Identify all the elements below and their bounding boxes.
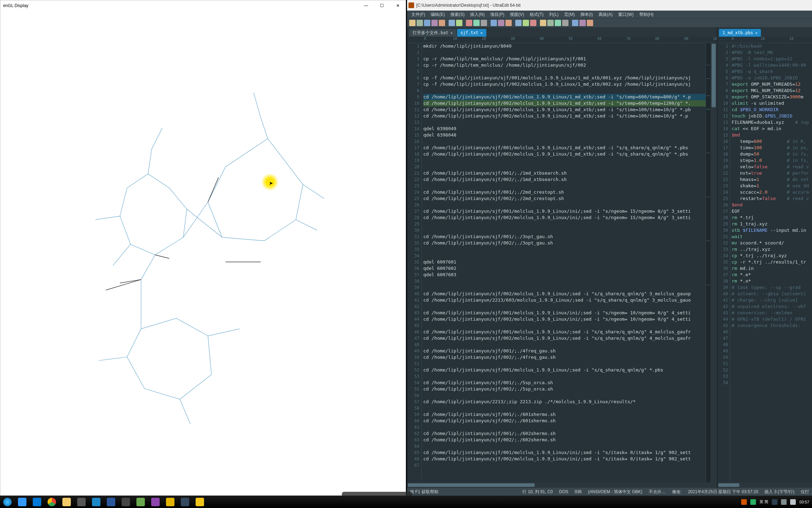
taskbar-chrome-icon[interactable] xyxy=(44,496,59,508)
svg-line-7 xyxy=(113,244,130,266)
code-left[interactable]: mkdir /home/lipl/jintianyun/8040cp -r /h… xyxy=(422,43,706,482)
status-pos: 行 10, 列 91, C0 xyxy=(522,489,553,495)
taskbar-ie-icon[interactable] xyxy=(15,496,30,508)
toolbar-copy-icon[interactable] xyxy=(473,20,480,26)
taskbar[interactable]: 英 简 03:57 xyxy=(0,496,812,508)
ue-titlebar[interactable]: [C:\Users\Administrator\Desktop\sjf.txt]… xyxy=(407,0,812,11)
opengl-canvas[interactable]: ➤ xyxy=(0,11,406,495)
toolbar-find-icon[interactable] xyxy=(491,20,497,26)
taskbar-word-icon[interactable] xyxy=(104,496,118,508)
tab-pbs[interactable]: 1_md_xtb.pbs× xyxy=(719,29,761,37)
ue-app-icon xyxy=(408,2,414,8)
menu-item[interactable]: 列(L) xyxy=(547,11,561,18)
toolbar-paste-icon[interactable] xyxy=(481,20,487,26)
menu-item[interactable]: 编辑(E) xyxy=(429,11,447,18)
editor-right-pane: 1_md_xtb.pbs× 01020 12345678910111213141… xyxy=(717,28,812,488)
toolbar-nextbm-icon[interactable] xyxy=(523,20,529,26)
gutter-right: 1234567891011121314151617181920212223242… xyxy=(718,43,730,482)
close-button[interactable]: ✕ xyxy=(390,1,406,11)
menu-item[interactable]: 高级(A) xyxy=(596,11,615,18)
ue-title: [C:\Users\Administrator\Desktop\sjf.txt]… xyxy=(416,3,521,8)
maximize-button[interactable]: ☐ xyxy=(374,1,390,11)
status-bytes: 插入 3 (字节/行) xyxy=(764,489,794,495)
menu-item[interactable]: 格式(T) xyxy=(528,11,546,18)
toolbar-indent-icon[interactable] xyxy=(555,20,561,26)
menu-item[interactable]: 插入(N) xyxy=(468,11,487,18)
svg-line-9 xyxy=(187,209,222,237)
ruler-right: 01020 xyxy=(718,37,812,43)
tray-volume-icon[interactable] xyxy=(790,499,796,505)
tray-icon[interactable] xyxy=(750,499,756,505)
ime-indicator[interactable]: 英 简 xyxy=(759,499,768,504)
taskbar-app6-icon[interactable] xyxy=(178,496,192,508)
tab-close-icon[interactable]: × xyxy=(480,31,483,35)
toolbar-open-icon[interactable] xyxy=(417,20,423,26)
toolbar-redo-icon[interactable] xyxy=(456,20,462,26)
opengl-title: enGL Display xyxy=(3,3,358,8)
start-button[interactable] xyxy=(0,496,15,508)
toolbar-cfg-icon[interactable] xyxy=(572,20,578,26)
tray-network-icon[interactable] xyxy=(781,499,787,505)
svg-line-10 xyxy=(141,255,155,279)
menu-item[interactable]: 文件(F) xyxy=(409,11,427,18)
tab-close-icon[interactable]: × xyxy=(755,31,758,35)
taskbar-settings-icon[interactable] xyxy=(118,496,133,508)
clock[interactable]: 03:57 xyxy=(799,500,809,504)
tab-batchfile[interactable]: 打开多个文件.bat× xyxy=(409,29,456,37)
taskbar-app4-icon[interactable] xyxy=(148,496,163,508)
toolbar-save-icon[interactable] xyxy=(424,20,430,26)
code-right[interactable]: #!/bin/bash#PBS -N test_MD#PBS -l nodes=… xyxy=(730,43,812,482)
tray-icon[interactable] xyxy=(741,499,747,505)
toolbar-wrap-icon[interactable] xyxy=(547,20,554,26)
taskbar-edge-icon[interactable] xyxy=(30,496,44,508)
taskbar-explorer-icon[interactable] xyxy=(59,496,74,508)
minimap-left[interactable] xyxy=(706,43,710,482)
toolbar-bookmark-icon[interactable] xyxy=(515,20,522,26)
tab-sjf[interactable]: sjf.txt× xyxy=(457,29,486,37)
toolbar-goto-icon[interactable] xyxy=(505,20,512,26)
toolbar-saveall-icon[interactable] xyxy=(431,20,438,26)
opengl-titlebar[interactable]: enGL Display — ☐ ✕ xyxy=(0,0,406,11)
ue-toolbar[interactable] xyxy=(407,18,812,28)
menu-item[interactable]: 搜索(S) xyxy=(448,11,467,18)
svg-line-4 xyxy=(148,149,152,174)
toolbar-undo-icon[interactable] xyxy=(449,20,455,26)
taskbar-app3-icon[interactable] xyxy=(133,496,148,508)
toolbar-prevbm-icon[interactable] xyxy=(530,20,536,26)
menu-item[interactable]: 窗口(W) xyxy=(616,11,635,18)
taskbar-app2-icon[interactable] xyxy=(89,496,104,508)
menu-item[interactable]: 帮助(H) xyxy=(637,11,656,18)
editor-left-tabs: 打开多个文件.bat× sjf.txt× xyxy=(407,28,717,37)
svg-line-19 xyxy=(106,279,141,290)
vscroll-left[interactable] xyxy=(710,43,717,482)
tray-icon[interactable] xyxy=(772,499,777,505)
taskbar-app1-icon[interactable] xyxy=(74,496,89,508)
menu-item[interactable]: 视图(V) xyxy=(508,11,526,18)
toolbar-print-icon[interactable] xyxy=(439,20,445,26)
toolbar-replace-icon[interactable] xyxy=(498,20,504,26)
toolbar-help-icon[interactable] xyxy=(579,20,586,26)
toolbar-cut-icon[interactable] xyxy=(466,20,472,26)
svg-line-14 xyxy=(99,357,127,361)
toolbar-sort-icon[interactable] xyxy=(540,20,546,26)
toolbar-outdent-icon[interactable] xyxy=(562,20,568,26)
toolbar-new-icon[interactable] xyxy=(409,20,416,26)
ultraedit-window: [C:\Users\Administrator\Desktop\sjf.txt]… xyxy=(407,0,812,496)
svg-line-1 xyxy=(254,93,261,117)
menu-item[interactable]: 项目(P) xyxy=(488,11,506,18)
ue-menubar[interactable]: 文件(F)编辑(E)搜索(S)插入(N)项目(P)视图(V)格式(T)列(L)宏… xyxy=(407,11,812,18)
tab-close-icon[interactable]: × xyxy=(450,31,453,35)
taskbar-app7-icon[interactable] xyxy=(192,496,207,508)
status-mod: 修改: xyxy=(672,489,682,495)
status-wrap: 仅打 xyxy=(801,489,809,495)
menu-item[interactable]: 脚本(I) xyxy=(578,11,595,18)
hscroll-left[interactable] xyxy=(407,482,717,488)
status-codepage: 936 xyxy=(575,489,582,494)
minimize-button[interactable]: — xyxy=(358,1,374,11)
svg-line-2 xyxy=(303,185,324,199)
hscroll-right[interactable] xyxy=(718,482,812,488)
menu-item[interactable]: 宏(M) xyxy=(562,11,577,18)
statusbar: 按 F1 获取帮助 行 10, 列 91, C0 DOS 936 (ANSI/O… xyxy=(407,488,812,496)
taskbar-app5-icon[interactable] xyxy=(163,496,178,508)
toolbar-about-icon[interactable] xyxy=(587,20,593,26)
